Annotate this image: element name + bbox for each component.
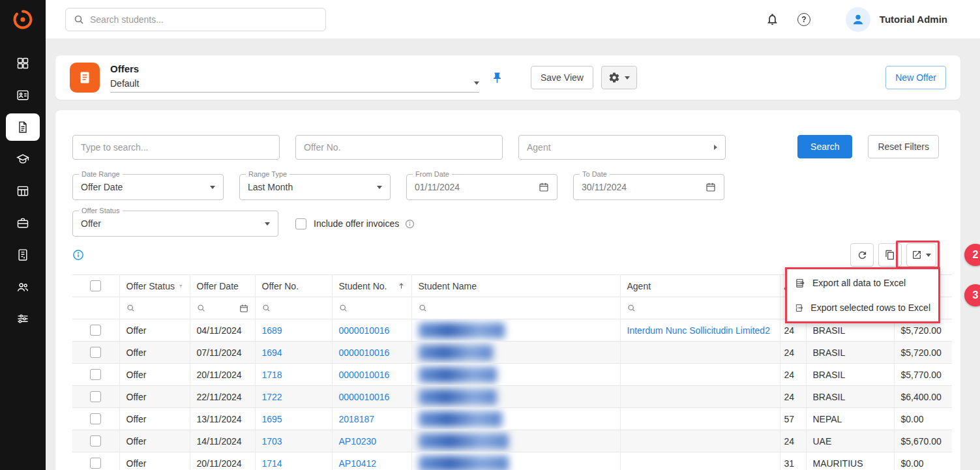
export-button[interactable] <box>906 243 936 267</box>
cell-amount: $0.00 <box>894 452 952 470</box>
refresh-button[interactable] <box>850 243 874 267</box>
to-date-value: 30/11/2024 <box>582 182 627 192</box>
offer-no-link[interactable]: 1703 <box>262 436 282 447</box>
to-date-field[interactable]: To Date 30/11/2024 <box>573 174 724 200</box>
sidebar-item-agents[interactable] <box>6 273 40 301</box>
search-button[interactable]: Search <box>797 135 852 158</box>
student-no-link[interactable]: AP10230 <box>339 436 377 447</box>
student-no-link[interactable]: AP10412 <box>339 458 377 469</box>
row-checkbox[interactable] <box>90 413 101 424</box>
from-date-field[interactable]: From Date 01/11/2024 <box>406 174 557 200</box>
filter-cell-date[interactable] <box>190 297 255 319</box>
col-offer-date[interactable]: Offer Date <box>190 275 255 297</box>
menu-item-export-all[interactable]: Export all data to Excel <box>787 271 938 295</box>
help-icon[interactable]: ? <box>797 13 810 26</box>
filter-funnel-icon[interactable] <box>179 282 183 290</box>
row-checkbox[interactable] <box>90 458 101 469</box>
agent-link[interactable]: Interdum Nunc Sollicitudin Limited2 <box>627 325 770 336</box>
col-student-name[interactable]: Student Name <box>411 275 620 297</box>
filter-row-1: Agent Search Reset Filters <box>72 135 939 160</box>
info-icon <box>405 219 415 229</box>
col-agent[interactable]: Agent <box>620 275 780 297</box>
user-name[interactable]: Tutorial Admin <box>880 14 947 25</box>
contacts-icon <box>16 89 29 102</box>
table-row[interactable]: Offer 20/11/2024 1714 AP10412 31 MAURITI… <box>72 452 952 470</box>
include-invoices-checkbox[interactable] <box>295 218 306 229</box>
cell-age: 24 <box>780 430 806 452</box>
offer-status-select[interactable]: Offer Status Offer <box>72 211 278 237</box>
student-no-link[interactable]: 0000010016 <box>339 325 390 336</box>
view-settings-button[interactable] <box>601 66 637 89</box>
calendar-icon[interactable] <box>705 182 716 192</box>
view-select[interactable]: Default <box>110 78 479 93</box>
offer-no-link[interactable]: 1694 <box>262 347 282 358</box>
sidebar-item-services[interactable] <box>6 209 40 237</box>
table-row[interactable]: Offer 07/11/2024 1694 0000010016 24 BRAS… <box>72 342 952 364</box>
table-row[interactable]: Offer 14/11/2024 1703 AP10230 24 UAE $5,… <box>72 430 952 452</box>
row-checkbox[interactable] <box>90 435 101 447</box>
col-offer-no[interactable]: Offer No. <box>255 275 332 297</box>
sidebar-item-contacts[interactable] <box>6 81 40 109</box>
search-icon <box>126 304 135 312</box>
offer-no-link[interactable]: 1714 <box>262 458 282 469</box>
agent-select[interactable]: Agent <box>518 135 726 160</box>
sidebar-item-settings[interactable] <box>6 305 40 332</box>
col-student-no[interactable]: Student No. <box>332 275 411 297</box>
global-search[interactable] <box>65 8 326 31</box>
bell-icon[interactable] <box>765 12 779 26</box>
sidebar-item-courses[interactable] <box>6 145 40 173</box>
from-date-label: From Date <box>413 170 452 178</box>
sidebar-item-offers[interactable] <box>6 113 40 141</box>
table-row[interactable]: Offer 13/11/2024 1695 2018187 57 NEPAL $… <box>72 408 952 430</box>
row-checkbox[interactable] <box>90 325 101 336</box>
date-range-select[interactable]: Date Range Offer Date <box>72 174 224 200</box>
filter-cell-agent[interactable] <box>620 297 780 319</box>
col-offer-status[interactable]: Offer Status <box>119 275 190 297</box>
save-view-button[interactable]: Save View <box>531 66 593 89</box>
calendar-icon[interactable] <box>539 182 549 192</box>
reset-filters-button[interactable]: Reset Filters <box>868 135 939 158</box>
offer-no-link[interactable]: 1718 <box>262 370 282 380</box>
offer-no-input[interactable] <box>295 135 503 160</box>
filter-cell-student-no[interactable] <box>332 297 411 319</box>
row-checkbox[interactable] <box>90 347 101 358</box>
cell-offer-date: 04/11/2024 <box>190 319 255 342</box>
student-no-link[interactable]: 0000010016 <box>339 392 390 402</box>
select-all-checkbox[interactable] <box>90 280 101 291</box>
sidebar-item-dashboard[interactable] <box>6 50 40 77</box>
search-icon <box>197 304 205 312</box>
pin-icon[interactable] <box>491 72 503 84</box>
student-name-redacted <box>419 411 502 427</box>
menu-item-export-selected[interactable]: Export selected rows to Excel <box>787 295 938 320</box>
filter-cell-status[interactable] <box>119 297 190 319</box>
calendar-icon[interactable] <box>239 304 248 313</box>
app-logo[interactable] <box>0 0 46 39</box>
student-no-link[interactable]: 2018187 <box>339 414 375 424</box>
copy-button[interactable] <box>878 243 902 267</box>
page-title: Offers <box>110 63 479 74</box>
invoices-icon <box>16 248 29 261</box>
sidebar-item-applications[interactable] <box>6 177 40 205</box>
keyword-search-input[interactable] <box>72 135 280 160</box>
new-offer-button[interactable]: New Offer <box>885 66 946 89</box>
export-all-icon <box>795 278 806 289</box>
student-no-link[interactable]: 0000010016 <box>339 370 390 380</box>
offer-no-link[interactable]: 1689 <box>262 325 282 336</box>
grid-info-icon[interactable] <box>72 249 84 261</box>
row-checkbox[interactable] <box>90 369 101 380</box>
export-icon <box>912 250 922 260</box>
table-row[interactable]: Offer 22/11/2024 1722 0000010016 24 BRAS… <box>72 386 952 408</box>
topbar: ? Tutorial Admin <box>46 0 980 39</box>
filter-cell-student-name[interactable] <box>411 297 620 319</box>
offer-no-link[interactable]: 1695 <box>262 414 282 424</box>
avatar[interactable] <box>846 7 870 32</box>
filter-cell-offer-no[interactable] <box>255 297 332 319</box>
student-no-link[interactable]: 0000010016 <box>339 347 390 358</box>
table-row[interactable]: Offer 20/11/2024 1718 0000010016 24 BRAS… <box>72 364 952 386</box>
row-checkbox[interactable] <box>90 391 101 402</box>
search-input[interactable] <box>90 14 318 25</box>
sidebar-item-invoices[interactable] <box>6 241 40 269</box>
range-type-select[interactable]: Range Type Last Month <box>239 174 391 200</box>
offer-no-link[interactable]: 1722 <box>262 392 282 402</box>
chevron-down-icon <box>377 186 382 189</box>
